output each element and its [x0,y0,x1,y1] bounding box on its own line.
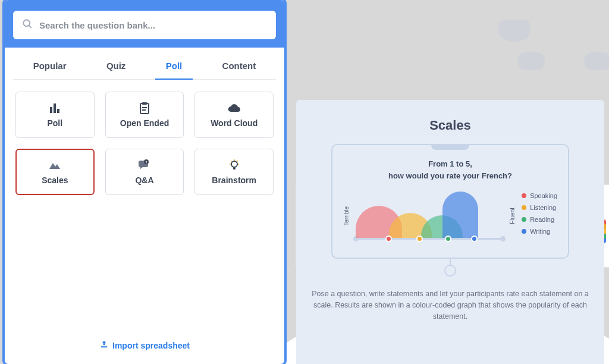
legend-swatch [522,217,526,222]
svg-rect-2 [50,107,52,113]
card-label: Q&A [135,175,153,185]
tab-popular[interactable]: Popular [27,48,73,79]
scales-chart: Terrible Fluent Speaking Listening Readi… [343,192,557,240]
svg-rect-3 [54,103,56,113]
legend-label: Writing [530,228,550,235]
card-label: Brainstorm [212,175,256,185]
question-line-1: From 1 to 5, [388,158,512,170]
svg-line-17 [237,161,238,162]
card-label: Poll [47,118,62,128]
lightbulb-icon [227,159,241,172]
svg-point-0 [23,20,30,26]
tab-poll[interactable]: Poll [160,48,189,79]
tab-quiz[interactable]: Quiz [101,48,132,79]
frame-stand [450,258,451,271]
chart-area [356,192,503,240]
svg-rect-12 [233,167,236,170]
legend-label: Listening [530,204,556,211]
legend-item-writing: Writing [522,228,557,235]
card-scales[interactable]: Scales [15,149,95,195]
card-word-cloud[interactable]: Word Cloud [194,92,274,138]
preview-title: Scales [429,118,471,133]
svg-line-16 [231,161,232,162]
card-poll[interactable]: Poll [15,92,95,138]
card-label: Open Ended [120,118,169,128]
bar-chart-icon [48,102,62,115]
svg-rect-4 [57,109,59,113]
axis-label-high: Fluent [509,208,516,224]
series-dot-speaking [385,236,392,242]
frame-notch [431,144,469,150]
series-dot-writing [471,236,478,242]
search-input[interactable] [39,20,268,30]
chart-legend: Speaking Listening Reading Writing [522,192,557,240]
preview-description: Pose a question, write statements and le… [310,288,590,322]
chat-question-icon: ? [137,159,152,172]
svg-rect-18 [101,346,108,347]
legend-label: Speaking [530,192,557,199]
series-dot-reading [445,236,451,242]
tab-content[interactable]: Content [216,48,262,79]
import-spreadsheet-link[interactable]: Import spreadsheet [5,328,284,364]
svg-line-1 [29,26,32,28]
search-icon [21,18,33,32]
clipboard-icon [137,102,152,115]
search-box[interactable] [13,11,276,39]
background-decor [291,0,609,95]
card-label: Scales [42,175,68,185]
svg-text:?: ? [145,161,147,164]
card-label: Word Cloud [211,118,258,128]
legend-swatch [522,193,526,198]
legend-item-speaking: Speaking [522,192,557,199]
card-open-ended[interactable]: Open Ended [105,92,184,138]
search-bar-container [5,0,284,48]
question-type-grid: Poll Open Ended Word Cloud Scales ? Q&A [5,80,284,207]
card-brainstorm[interactable]: Brainstorm [194,149,274,195]
card-qa[interactable]: ? Q&A [105,149,184,195]
legend-swatch [522,229,526,234]
question-type-panel: Popular Quiz Poll Content Poll Open Ende… [5,0,284,364]
cloud-icon [227,102,241,115]
svg-rect-6 [142,102,147,105]
upload-icon [99,340,109,351]
svg-rect-5 [140,103,149,114]
legend-item-listening: Listening [522,204,557,211]
legend-item-reading: Reading [522,216,557,223]
category-tabs: Popular Quiz Poll Content [13,48,276,80]
series-dot-listening [416,236,423,242]
series-hump-writing [442,192,478,238]
preview-screen-frame: From 1 to 5, how would you rate your Fre… [331,144,569,259]
question-line-2: how would you rate your French? [388,170,512,182]
svg-point-11 [231,161,237,167]
legend-swatch [522,205,526,210]
import-link-label: Import spreadsheet [112,341,190,350]
preview-panel: Scales From 1 to 5, how would you rate y… [296,100,604,364]
axis-label-low: Terrible [343,206,350,226]
legend-label: Reading [530,216,554,223]
mountain-icon [48,159,62,172]
preview-question: From 1 to 5, how would you rate your Fre… [388,158,512,181]
